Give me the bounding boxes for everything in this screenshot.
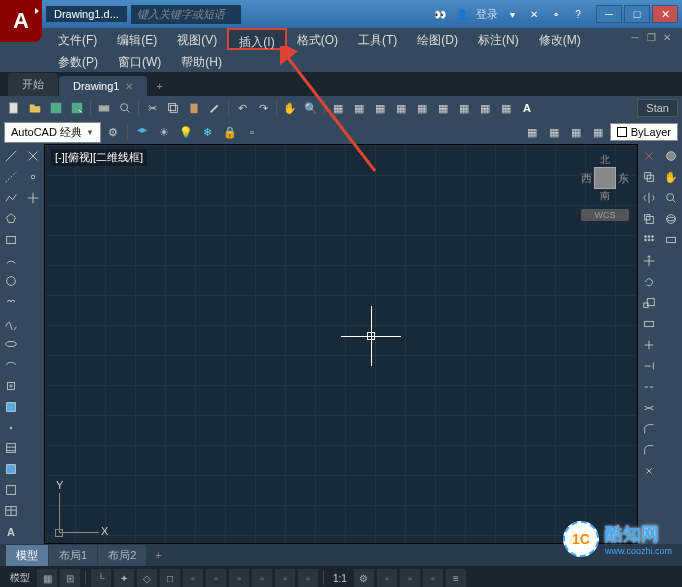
paste-icon[interactable] xyxy=(184,98,204,118)
viewcube[interactable]: 北 西东 南 WCS xyxy=(581,153,629,221)
workspace-combo[interactable]: AutoCAD 经典▼ xyxy=(4,122,101,143)
color-icon[interactable]: ▫ xyxy=(242,122,262,142)
orbit-icon[interactable] xyxy=(661,209,681,229)
spline-icon[interactable] xyxy=(1,313,21,333)
saveas-icon[interactable] xyxy=(67,98,87,118)
menu-format[interactable]: 格式(O) xyxy=(287,28,348,50)
explode-icon[interactable] xyxy=(639,461,659,481)
layout-add-button[interactable]: + xyxy=(147,546,169,564)
menu-help[interactable]: 帮助(H) xyxy=(171,50,232,72)
tab-start[interactable]: 开始 xyxy=(8,73,58,96)
erase-icon[interactable] xyxy=(639,146,659,166)
doc-close-button[interactable]: ✕ xyxy=(660,30,674,44)
line-icon[interactable] xyxy=(1,146,21,166)
zoom-extents-icon[interactable] xyxy=(661,188,681,208)
showmotion-icon[interactable] xyxy=(661,230,681,250)
tool-icon[interactable]: ▫ xyxy=(252,569,272,587)
menu-param[interactable]: 参数(P) xyxy=(48,50,108,72)
menu-window[interactable]: 窗口(W) xyxy=(108,50,171,72)
preview-icon[interactable] xyxy=(115,98,135,118)
tab-add-button[interactable]: + xyxy=(148,76,170,96)
viewcube-south[interactable]: 南 xyxy=(581,189,629,203)
grid-snap-icon[interactable]: ▦ xyxy=(37,569,57,587)
bylayer-combo[interactable]: ByLayer xyxy=(610,123,678,141)
polygon-icon[interactable] xyxy=(1,209,21,229)
layer-tool-icon[interactable]: ▦ xyxy=(522,122,542,142)
drawing-canvas[interactable]: [-][俯视][二维线框] Y X 北 西东 南 WCS xyxy=(44,144,638,544)
offset-icon[interactable] xyxy=(639,209,659,229)
mirror-icon[interactable] xyxy=(639,188,659,208)
wheel-icon[interactable] xyxy=(661,146,681,166)
menu-insert[interactable]: 插入(I) xyxy=(227,28,286,50)
tool-icon[interactable]: ▦ xyxy=(496,98,516,118)
ellipse-icon[interactable] xyxy=(1,334,21,354)
tab-close-icon[interactable]: ✕ xyxy=(125,81,133,92)
maximize-button[interactable]: □ xyxy=(624,5,650,23)
mtext-icon[interactable]: A xyxy=(1,522,21,542)
insert-icon[interactable] xyxy=(1,376,21,396)
save-icon[interactable] xyxy=(46,98,66,118)
viewcube-east[interactable]: 东 xyxy=(618,171,629,186)
tool-icon[interactable]: ▫ xyxy=(423,569,443,587)
tool-icon[interactable]: ▦ xyxy=(370,98,390,118)
menu-annotate[interactable]: 标注(N) xyxy=(468,28,529,50)
bulb-icon[interactable]: 💡 xyxy=(176,122,196,142)
exchange-icon[interactable]: ✕ xyxy=(526,6,542,22)
login-link[interactable]: 登录 xyxy=(476,7,498,22)
dropdown-icon[interactable]: ▾ xyxy=(504,6,520,22)
app-logo[interactable]: A xyxy=(0,0,42,42)
menu-modify[interactable]: 修改(M) xyxy=(529,28,591,50)
open-icon[interactable] xyxy=(25,98,45,118)
plot-icon[interactable] xyxy=(94,98,114,118)
sun-icon[interactable]: ☀ xyxy=(154,122,174,142)
snap-icon[interactable]: ⊞ xyxy=(60,569,80,587)
viewport-label[interactable]: [-][俯视][二维线框] xyxy=(51,149,147,166)
hatch-icon[interactable] xyxy=(1,438,21,458)
tool-icon[interactable]: ▦ xyxy=(349,98,369,118)
tool-icon[interactable]: ▦ xyxy=(475,98,495,118)
style-combo[interactable]: Stan xyxy=(637,99,678,117)
scale-label[interactable]: 1:1 xyxy=(329,573,351,584)
layer-icon[interactable] xyxy=(132,122,152,142)
tool-icon[interactable]: ▦ xyxy=(454,98,474,118)
share-icon[interactable]: ⚬ xyxy=(548,6,564,22)
layer-tool-icon[interactable]: ▦ xyxy=(544,122,564,142)
scale-icon[interactable] xyxy=(639,293,659,313)
tool-icon[interactable]: ▦ xyxy=(433,98,453,118)
ellipse-arc-icon[interactable] xyxy=(1,355,21,375)
rotate-icon[interactable] xyxy=(639,272,659,292)
customize-icon[interactable]: ≡ xyxy=(446,569,466,587)
freeze-icon[interactable]: ❄ xyxy=(198,122,218,142)
isodraft-icon[interactable]: ◇ xyxy=(137,569,157,587)
wcs-label[interactable]: WCS xyxy=(581,209,629,221)
binoculars-icon[interactable]: 👀 xyxy=(432,6,448,22)
region-icon[interactable] xyxy=(1,480,21,500)
zoom-icon[interactable]: 🔍 xyxy=(301,98,321,118)
stretch-icon[interactable] xyxy=(639,314,659,334)
tool-icon[interactable]: ▫ xyxy=(206,569,226,587)
revcloud-icon[interactable] xyxy=(1,292,21,312)
model-tab[interactable]: 模型 xyxy=(6,545,48,566)
tab-drawing1[interactable]: Drawing1✕ xyxy=(59,76,147,96)
menu-draw[interactable]: 绘图(D) xyxy=(407,28,468,50)
point-icon[interactable] xyxy=(1,418,21,438)
viewcube-top[interactable] xyxy=(594,167,616,189)
menu-view[interactable]: 视图(V) xyxy=(167,28,227,50)
text-style-icon[interactable]: A xyxy=(517,98,537,118)
copy-icon[interactable] xyxy=(163,98,183,118)
tool-icon[interactable] xyxy=(23,146,43,166)
tool-icon[interactable]: ▦ xyxy=(328,98,348,118)
layout2-tab[interactable]: 布局2 xyxy=(98,545,146,566)
close-button[interactable]: ✕ xyxy=(652,5,678,23)
space-label[interactable]: 模型 xyxy=(6,571,34,585)
gear-icon[interactable]: ⚙ xyxy=(103,122,123,142)
break-icon[interactable] xyxy=(639,377,659,397)
tool-icon[interactable] xyxy=(23,188,43,208)
tool-icon[interactable]: ▫ xyxy=(183,569,203,587)
undo-icon[interactable]: ↶ xyxy=(232,98,252,118)
polar-icon[interactable]: ✦ xyxy=(114,569,134,587)
layer-tool-icon[interactable]: ▦ xyxy=(588,122,608,142)
redo-icon[interactable]: ↷ xyxy=(253,98,273,118)
tool-icon[interactable]: ▫ xyxy=(377,569,397,587)
user-icon[interactable]: 👤 xyxy=(454,6,470,22)
